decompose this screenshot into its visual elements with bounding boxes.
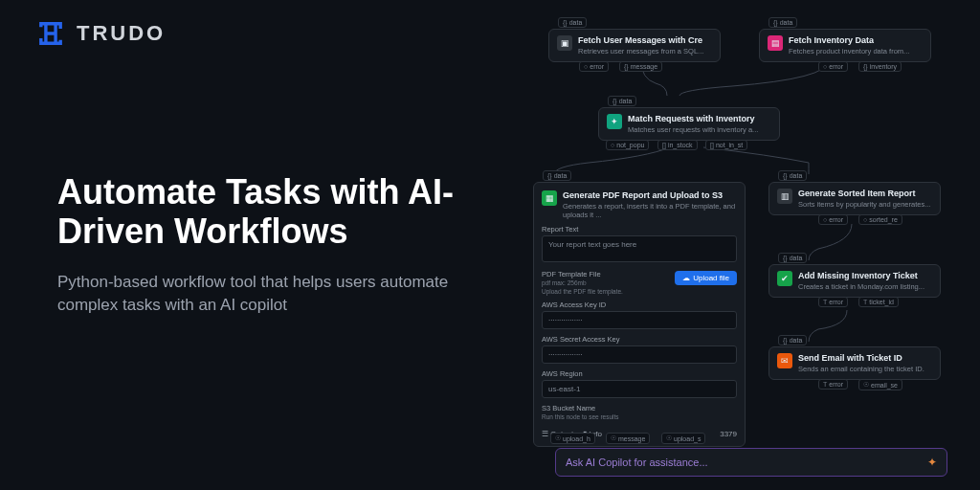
- sheets-icon: ▦: [542, 190, 557, 206]
- port-out[interactable]: []not_in_st: [705, 140, 747, 150]
- field-label: S3 Bucket Name: [542, 404, 737, 412]
- hero-subtitle: Python-based workflow tool that helps us…: [57, 271, 498, 317]
- field-label: Report Text: [542, 225, 737, 234]
- field-label: AWS Access Key ID: [542, 301, 737, 309]
- port-in[interactable]: {}data: [778, 170, 807, 181]
- hero-section: Automate Tasks with AI-Driven Workflows …: [57, 172, 498, 316]
- database-icon: ▣: [557, 35, 572, 51]
- hero-title: Automate Tasks with AI-Driven Workflows: [57, 172, 498, 252]
- port-in[interactable]: {}data: [778, 335, 807, 345]
- brand-logo: TRUDO: [34, 17, 166, 50]
- port-in[interactable]: {}data: [778, 253, 807, 263]
- port-in[interactable]: {}data: [608, 96, 636, 106]
- port-in[interactable]: {}data: [768, 17, 797, 28]
- port-out[interactable]: []in_stock: [657, 140, 698, 150]
- node-send-email[interactable]: ✉ Send Email with Ticket IDSends an emai…: [768, 346, 941, 380]
- port-in[interactable]: {}data: [543, 170, 571, 181]
- node-fetch-messages[interactable]: ▣ Fetch User Messages with CreRetrieves …: [548, 29, 721, 62]
- copilot-input[interactable]: Ask AI Copilot for assistance... ✦: [555, 448, 947, 477]
- port-out[interactable]: ☉upload_s: [661, 433, 705, 444]
- node-add-ticket[interactable]: ✔ Add Missing Inventory TicketCreates a …: [768, 264, 941, 298]
- field-desc: Upload the PDF file template.: [542, 288, 737, 295]
- port-out[interactable]: ☉message: [606, 433, 650, 444]
- node-fetch-inventory[interactable]: ▤ Fetch Inventory DataFetches product in…: [759, 29, 931, 62]
- port-out[interactable]: Tticket_id: [858, 297, 899, 307]
- node-generate-pdf[interactable]: ▦ Generate PDF Report and Upload to S3Ge…: [533, 182, 746, 447]
- upload-file-button[interactable]: ☁Upload file: [675, 271, 737, 285]
- field-hint: pdf max: 256mb: [542, 279, 601, 286]
- copilot-placeholder: Ask AI Copilot for assistance...: [566, 457, 927, 468]
- port-out[interactable]: ○error: [818, 61, 848, 72]
- field-hint: Run this node to see results: [542, 413, 737, 420]
- port-out[interactable]: ☉email_se: [858, 379, 902, 390]
- email-icon: ✉: [777, 353, 792, 368]
- aws-secret-input[interactable]: ················: [542, 345, 737, 364]
- inventory-icon: ▤: [768, 35, 783, 51]
- field-label: AWS Region: [542, 369, 737, 378]
- port-out[interactable]: Terror: [818, 379, 848, 390]
- port-out[interactable]: {}inventory: [858, 61, 902, 72]
- report-text-input[interactable]: Your report text goes here: [542, 235, 737, 262]
- ticket-icon: ✔: [777, 271, 792, 286]
- node-sorted-report[interactable]: ▥ Generate Sorted Item ReportSorts items…: [768, 182, 941, 215]
- brand-name: TRUDO: [77, 21, 166, 46]
- port-out[interactable]: ○sorted_re: [858, 214, 902, 225]
- port-out[interactable]: {}message: [619, 61, 662, 72]
- logo-icon: [34, 17, 67, 50]
- sparkle-icon: ✦: [927, 456, 937, 469]
- workflow-canvas: {}data ▣ Fetch User Messages with CreRet…: [531, 11, 967, 471]
- ai-icon: ✦: [607, 114, 622, 129]
- report-icon: ▥: [777, 189, 792, 204]
- port-in[interactable]: {}data: [558, 17, 587, 28]
- upload-icon: ☁: [682, 274, 690, 282]
- port-out[interactable]: ☉upload_h: [550, 433, 595, 444]
- aws-region-input[interactable]: us-east-1: [542, 380, 737, 398]
- field-label: AWS Secret Access Key: [542, 335, 737, 344]
- port-out[interactable]: Terror: [818, 297, 848, 307]
- port-out[interactable]: ○not_popu: [606, 140, 649, 150]
- aws-key-input[interactable]: ················: [542, 311, 737, 329]
- port-out[interactable]: ○error: [818, 214, 848, 225]
- port-out[interactable]: ○error: [579, 61, 609, 72]
- node-match[interactable]: ✦ Match Requests with InventoryMatches u…: [598, 107, 780, 141]
- field-label: PDF Template File: [542, 270, 601, 278]
- token-count: 3379: [720, 430, 737, 438]
